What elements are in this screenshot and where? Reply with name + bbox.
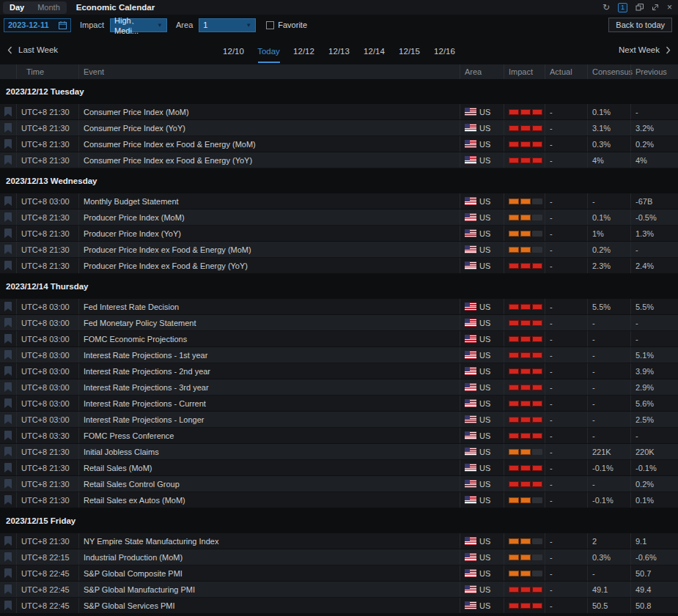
area-label: US <box>479 464 490 472</box>
bookmark-icon[interactable] <box>0 299 16 314</box>
table-row[interactable]: UTC+8 21:30 Initial Jobless Claims US - … <box>0 444 678 460</box>
table-row[interactable]: UTC+8 03:00 Interest Rate Projections - … <box>0 347 678 363</box>
impact-bar <box>532 125 542 131</box>
event-name: S&P Global Manufacturing PMI <box>78 582 460 597</box>
table-row[interactable]: UTC+8 03:00 Interest Rate Projections - … <box>0 363 678 379</box>
area-label: US <box>479 245 490 254</box>
bookmark-icon[interactable] <box>0 242 16 257</box>
date-picker-input[interactable]: 2023-12-11 <box>4 18 71 32</box>
table-row[interactable]: UTC+8 03:00 FOMC Economic Projections US… <box>0 331 678 347</box>
panel-count-badge[interactable]: 1 <box>618 3 627 12</box>
bookmark-icon[interactable] <box>0 331 16 346</box>
week-day-tab[interactable]: 12/12 <box>287 40 322 64</box>
bookmark-icon[interactable] <box>0 565 16 581</box>
bookmark-icon[interactable] <box>0 315 16 330</box>
impact-bar <box>532 231 542 237</box>
table-row[interactable]: UTC+8 21:30 Producer Price Index (YoY) U… <box>0 226 678 242</box>
table-row[interactable]: UTC+8 21:30 Consumer Price Index ex Food… <box>0 136 678 152</box>
group-date: 2023/12/12 Tuesday <box>6 87 84 96</box>
table-row[interactable]: UTC+8 21:30 Producer Price Index ex Food… <box>0 258 678 274</box>
event-area: US <box>460 363 504 379</box>
us-flag-icon <box>465 229 476 237</box>
table-row[interactable]: UTC+8 22:45 S&P Global Composite PMI US … <box>0 565 678 582</box>
table-row[interactable]: UTC+8 21:30 Consumer Price Index (YoY) U… <box>0 120 678 136</box>
table-row[interactable]: UTC+8 03:00 Interest Rate Projections - … <box>0 396 678 412</box>
table-row[interactable]: UTC+8 03:00 Interest Rate Projections - … <box>0 412 678 428</box>
next-week-button[interactable]: Next Week <box>619 45 671 54</box>
bookmark-icon[interactable] <box>0 104 16 119</box>
week-day-tab[interactable]: 12/13 <box>322 40 357 64</box>
table-row[interactable]: UTC+8 21:30 Consumer Price Index (MoM) U… <box>0 104 678 120</box>
us-flag-icon <box>465 553 476 561</box>
event-name: FOMC Press Conference <box>78 428 460 443</box>
us-flag-icon <box>465 197 476 205</box>
impact-bar <box>520 352 531 358</box>
table-row[interactable]: UTC+8 03:00 Fed Monetary Policy Statemen… <box>0 315 678 331</box>
previous-value: 3.2% <box>630 120 678 136</box>
impact-filter-label: Impact <box>80 21 104 29</box>
table-row[interactable]: UTC+8 03:00 Fed Interest Rate Decision U… <box>0 299 678 315</box>
table-row[interactable]: UTC+8 22:45 S&P Global Manufacturing PMI… <box>0 582 678 598</box>
bookmark-icon[interactable] <box>0 136 16 152</box>
bookmark-icon[interactable] <box>0 492 16 508</box>
impact-bar <box>509 587 519 593</box>
us-flag-icon <box>465 108 476 116</box>
table-row[interactable]: UTC+8 21:30 NY Empire State Manufacturin… <box>0 533 678 549</box>
week-day-tab[interactable]: 12/10 <box>216 40 251 64</box>
bookmark-icon[interactable] <box>0 226 16 241</box>
bookmark-icon[interactable] <box>0 258 16 273</box>
area-filter-dropdown[interactable]: 1 ▼ <box>199 18 256 32</box>
bookmark-icon[interactable] <box>0 152 16 168</box>
refresh-icon[interactable]: ↻ <box>603 3 610 12</box>
column-header-previous: Previous <box>630 64 678 79</box>
table-row[interactable]: UTC+8 03:30 FOMC Press Conference US - -… <box>0 428 678 444</box>
table-row[interactable]: UTC+8 22:45 S&P Global Services PMI US -… <box>0 598 678 614</box>
bookmark-icon[interactable] <box>0 396 16 411</box>
back-to-today-button[interactable]: Back to today <box>608 18 672 32</box>
bookmark-icon[interactable] <box>0 598 16 613</box>
close-icon[interactable]: × <box>667 3 672 12</box>
table-row[interactable]: UTC+8 22:15 Industrial Production (MoM) … <box>0 549 678 565</box>
table-row[interactable]: UTC+8 21:30 Retail Sales ex Autos (MoM) … <box>0 492 678 508</box>
bookmark-icon[interactable] <box>0 476 16 491</box>
bookmark-icon[interactable] <box>0 582 16 597</box>
table-row[interactable]: UTC+8 03:00 Interest Rate Projections - … <box>0 379 678 396</box>
bookmark-icon[interactable] <box>0 444 16 459</box>
week-day-tab[interactable]: 12/15 <box>392 40 427 64</box>
bookmark-icon[interactable] <box>0 379 16 395</box>
restore-window-icon[interactable] <box>635 4 644 11</box>
bookmark-icon[interactable] <box>0 549 16 565</box>
bookmark-icon[interactable] <box>0 347 16 363</box>
table-row[interactable]: UTC+8 21:30 Producer Price Index ex Food… <box>0 242 678 258</box>
impact-bar <box>520 125 531 131</box>
actual-value: - <box>545 428 587 443</box>
event-time: UTC+8 21:30 <box>16 120 78 136</box>
table-row[interactable]: UTC+8 21:30 Producer Price Index (MoM) U… <box>0 209 678 226</box>
tab-day[interactable]: Day <box>3 3 31 12</box>
bookmark-icon[interactable] <box>0 193 16 209</box>
bookmark-icon[interactable] <box>0 412 16 427</box>
table-row[interactable]: UTC+8 21:30 Consumer Price Index ex Food… <box>0 152 678 168</box>
bookmark-icon[interactable] <box>0 363 16 379</box>
favorite-checkbox[interactable] <box>266 21 274 29</box>
last-week-button[interactable]: Last Week <box>7 45 58 54</box>
consensus-value: -0.1% <box>587 492 630 508</box>
tab-month[interactable]: Month <box>31 3 67 12</box>
week-day-tab[interactable]: 12/16 <box>427 40 463 64</box>
impact-bar <box>520 157 531 163</box>
table-row[interactable]: UTC+8 03:00 Monthly Budget Statement US … <box>0 193 678 209</box>
table-row[interactable]: UTC+8 21:30 Retail Sales Control Group U… <box>0 476 678 492</box>
bookmark-icon[interactable] <box>0 209 16 225</box>
bookmark-icon[interactable] <box>0 120 16 136</box>
bookmark-icon[interactable] <box>0 460 16 475</box>
bookmark-icon[interactable] <box>0 428 16 443</box>
week-day-tab[interactable]: 12/14 <box>357 40 392 64</box>
bookmark-icon[interactable] <box>0 533 16 549</box>
impact-bar <box>520 603 531 609</box>
table-row[interactable]: UTC+8 21:30 Retail Sales (MoM) US - -0.1… <box>0 460 678 476</box>
expand-icon[interactable] <box>652 4 659 11</box>
event-name: Consumer Price Index ex Food & Energy (Y… <box>78 152 460 168</box>
impact-filter-dropdown[interactable]: High、Medi... ▼ <box>110 18 167 32</box>
week-day-tab[interactable]: Today <box>251 40 287 64</box>
consensus-value: 0.2% <box>587 242 630 257</box>
